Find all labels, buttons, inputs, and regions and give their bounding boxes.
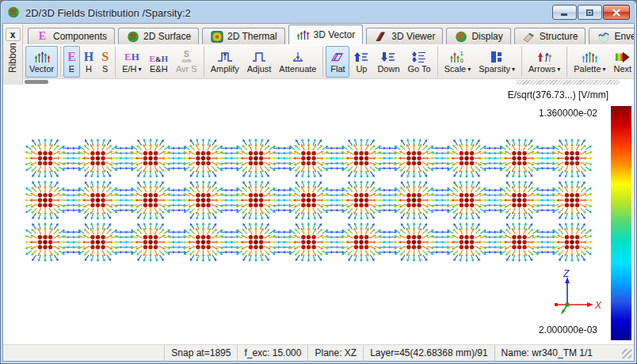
ribbon-scroll-strip (23, 78, 634, 85)
s-icon: S (101, 48, 109, 63)
dropdown-arrow-icon: ▾ (603, 64, 606, 74)
tab-label: Envelope (614, 31, 635, 42)
next-icon (615, 48, 631, 63)
scale-icon: 10 (449, 48, 465, 63)
status-item: Name: wr340_TM 1/1 (494, 345, 599, 361)
tab-label: Components (53, 31, 107, 42)
z-axis-label: Z (563, 268, 570, 279)
ribbon-panel-strip[interactable]: x Ribbon (3, 24, 23, 85)
toolbar-button-avr-s: SAVRAvr S (172, 46, 201, 78)
x-axis-arrow (587, 302, 593, 307)
tab-3d-vector[interactable]: 3D Vector (288, 25, 364, 44)
toolbar-button-label: E/H▾ (122, 64, 141, 74)
toolbar-button-next[interactable]: Next (610, 46, 635, 78)
goto-icon (411, 48, 427, 63)
palette-icon (582, 48, 597, 63)
tab-3d-viewer[interactable]: 3D Viewer (366, 28, 443, 44)
toolbar-button-label: Go To (408, 64, 431, 74)
toolbar-button-label: H (86, 64, 92, 74)
minimize-icon (560, 9, 569, 17)
tab-bar: EComponents2D Surface2D Thermal3D Vector… (23, 24, 634, 44)
h-icon: H (84, 48, 93, 63)
status-spacer (3, 345, 164, 361)
toolbar-button-e-h[interactable]: E&HE&H (146, 46, 172, 78)
toolbar-button-label: S (102, 64, 108, 74)
colorbar-min-value: 2.000000e-03 (539, 324, 597, 336)
window-controls (552, 5, 630, 20)
toolbar-button-amplify[interactable]: Amplify (207, 46, 243, 78)
panel-close-button[interactable]: x (6, 28, 21, 41)
toolbar-button-scale[interactable]: 10Scale▾ (441, 46, 475, 78)
structure-icon (522, 31, 536, 43)
toolbar-separator (521, 47, 522, 77)
tab-display[interactable]: Display (446, 28, 510, 44)
colorbar (611, 106, 631, 340)
toolbar-separator (60, 47, 61, 77)
close-icon (612, 9, 621, 17)
restore-icon (586, 9, 594, 17)
e-icon: E (67, 48, 76, 63)
toolbar-button-label: Up (356, 64, 367, 74)
toolbar-button-label: Palette▾ (574, 64, 605, 74)
toolbar-button-label: Down (377, 64, 399, 74)
eh-icon: EH (124, 48, 139, 63)
toolbar: VectorEEHHSSEHE/H▾E&HE&HSAVRAvr SAmplify… (23, 44, 634, 78)
toolbar-button-palette[interactable]: Palette▾ (570, 46, 609, 78)
app-window: 2D/3D Fields Distribution /Sparsity:2 x … (0, 0, 637, 364)
toolbar-button-h[interactable]: HH (80, 46, 97, 78)
toolbar-button-up[interactable]: Up (349, 46, 373, 78)
restore-button[interactable] (578, 5, 602, 20)
ribbon-scroll-thumb[interactable] (25, 80, 48, 84)
svg-text:0: 0 (460, 58, 463, 63)
toolbar-button-go-to[interactable]: Go To (404, 46, 435, 78)
toolbar-button-down[interactable]: Down (373, 46, 403, 78)
toolbar-button-flat[interactable]: Flat (326, 46, 349, 78)
colorbar-title: E/sqrt(376.73...) [V/mm] (508, 89, 608, 100)
toolbar-button-label: Attenuate (279, 64, 316, 74)
field-vector-plot[interactable] (3, 85, 634, 344)
tab-label: 3D Viewer (391, 31, 435, 42)
x-axis-label: X (594, 300, 602, 311)
toolbar-button-e[interactable]: EE (63, 46, 80, 78)
toolbar-button-label: Avr S (176, 64, 197, 74)
tab-2d-thermal[interactable]: 2D Thermal (202, 28, 284, 44)
tab-label: Display (471, 31, 502, 42)
surface-icon (126, 31, 139, 43)
tab-components[interactable]: EComponents (28, 28, 115, 44)
ribbon-main: EComponents2D Surface2D Thermal3D Vector… (23, 24, 634, 85)
toolbar-button-sparsity[interactable]: Sparsity▾ (475, 46, 519, 78)
toolbar-button-s[interactable]: SS (97, 46, 113, 78)
resize-grip[interactable] (622, 349, 631, 358)
tab-label: 2D Thermal (227, 31, 277, 42)
components-icon: E (36, 31, 49, 43)
app-icon (7, 6, 21, 19)
tab-structure[interactable]: Structure (514, 28, 586, 44)
toolbar-button-label: Adjust (247, 64, 272, 74)
close-button[interactable] (603, 5, 630, 20)
window-client: x Ribbon EComponents2D Surface2D Thermal… (2, 23, 635, 362)
title-bar[interactable]: 2D/3D Fields Distribution /Sparsity:2 (2, 2, 635, 23)
toolbar-button-label: Arrows▾ (528, 64, 560, 74)
toolbar-button-label: Flat (330, 64, 345, 74)
toolbar-button-label: Amplify (211, 64, 239, 74)
toolbar-separator (204, 47, 204, 77)
tab-label: 2D Surface (143, 31, 191, 42)
amplify-icon (217, 48, 233, 63)
tab-label: 3D Vector (314, 29, 356, 40)
toolbar-button-label: E&H (150, 64, 168, 74)
toolbar-button-e-h[interactable]: EHE/H▾ (118, 46, 145, 78)
tab-envelope[interactable]: Envelope (589, 28, 635, 44)
minimize-button[interactable] (552, 5, 577, 20)
tab-2d-surface[interactable]: 2D Surface (118, 28, 199, 44)
toolbar-separator (322, 47, 323, 77)
toolbar-button-attenuate[interactable]: Attenuate (275, 46, 320, 78)
field-viewport[interactable]: E/sqrt(376.73...) [V/mm] 1.360000e-02 2.… (3, 85, 634, 344)
colorbar-max-value: 1.360000e-02 (539, 108, 597, 119)
dropdown-arrow-icon: ▾ (139, 64, 142, 74)
dropdown-arrow-icon: ▾ (512, 64, 515, 74)
arrows-icon (536, 48, 552, 63)
toolbar-button-adjust[interactable]: Adjust (243, 46, 276, 78)
toolbar-button-vector[interactable]: Vector (25, 46, 58, 78)
ribbon-panel-label: Ribbon (7, 43, 18, 73)
toolbar-button-arrows[interactable]: Arrows▾ (524, 46, 564, 78)
